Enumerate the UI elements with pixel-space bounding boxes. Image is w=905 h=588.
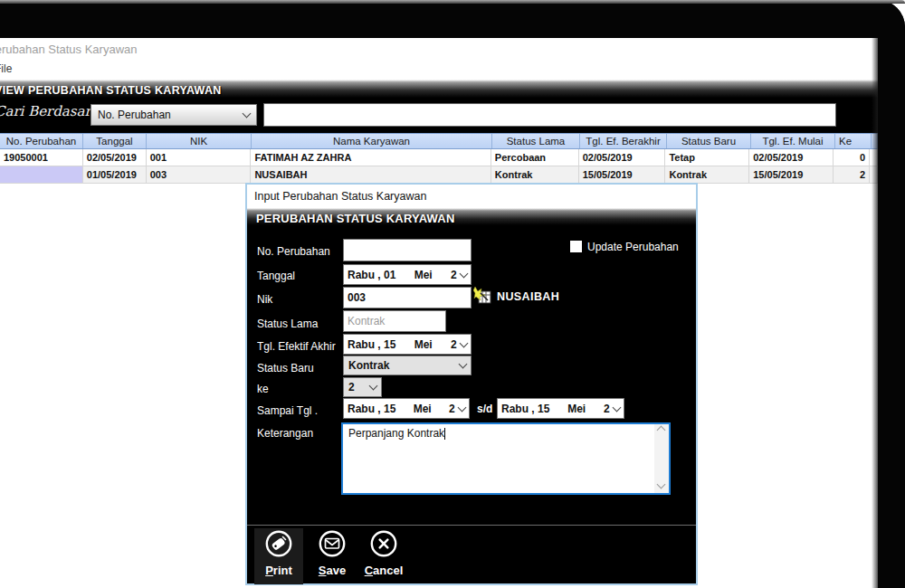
chevron-down-icon [459, 360, 468, 369]
print-icon [263, 528, 294, 559]
nik-input[interactable] [343, 287, 472, 308]
chevron-down-icon [458, 403, 467, 412]
search-filter-value: No. Perubahan [98, 109, 243, 121]
table-header-row: No. PerubahanTanggalNIKNama KaryawanStat… [0, 133, 878, 149]
date-month: Mei [395, 269, 451, 281]
update-perubahan-label: Update Perubahan [587, 241, 679, 253]
status-baru-value: Kontrak [348, 359, 460, 372]
chevron-down-icon [460, 269, 469, 278]
table-row[interactable]: 01/05/2019003NUSAIBAHKontrak15/05/2019Ko… [0, 166, 878, 184]
print-button-label: Print [254, 564, 303, 577]
table-cell[interactable]: 02/05/2019 [749, 149, 834, 166]
view-header-title: VIEW PERUBAHAN STATUS KARYAWAN [0, 84, 222, 97]
table-cell[interactable]: 0 [834, 149, 870, 166]
employee-lookup-icon[interactable] [473, 286, 492, 305]
chevron-down-icon [613, 403, 622, 412]
search-filter-dropdown[interactable]: No. Perubahan [90, 104, 257, 126]
sampai-tgl-from-datepicker[interactable]: Rabu , 15 Mei 2 [343, 398, 470, 419]
column-header[interactable]: Status Lama [492, 134, 580, 148]
sampai-tgl-label: Sampai Tgl . [257, 404, 318, 417]
chevron-down-icon [369, 382, 378, 391]
search-input[interactable] [263, 103, 836, 127]
column-header[interactable]: Tgl. Ef. Berakhir [580, 134, 667, 148]
chevron-down-icon [243, 109, 252, 119]
column-header[interactable]: Ke [835, 134, 872, 148]
date-day: Rabu , 15 [501, 403, 549, 415]
text-caret [444, 428, 445, 440]
date-year: 2 [604, 403, 612, 415]
table-cell[interactable]: Tetap [665, 149, 749, 166]
update-perubahan-checkbox[interactable] [570, 241, 582, 252]
menu-item-file[interactable]: File [0, 62, 12, 75]
column-header[interactable]: Tgl. Ef. Mulai [751, 134, 835, 148]
date-year: 2 [451, 269, 459, 281]
table-cell[interactable]: 02/05/2019 [83, 149, 147, 166]
table-cell[interactable]: NUSAIBAH [251, 166, 491, 183]
keterangan-textarea[interactable]: Perpanjang Kontrak [341, 422, 671, 495]
sampai-tgl-to-datepicker[interactable]: Rabu , 15 Mei 2 [497, 398, 624, 419]
keterangan-text: Perpanjang Kontrak [348, 427, 444, 440]
table-cell[interactable]: 2 [834, 166, 870, 183]
date-year: 2 [451, 338, 459, 351]
dialog-titlebar: Input Perubahan Status Karyawan [247, 185, 696, 208]
status-baru-label: Status Baru [257, 362, 314, 375]
table-cell[interactable]: Kontrak [491, 166, 579, 183]
nik-label: Nik [257, 293, 272, 306]
textarea-scrollbar[interactable] [654, 424, 669, 493]
keterangan-label: Keterangan [257, 427, 313, 440]
column-header[interactable]: Nama Karyawan [252, 134, 492, 148]
save-envelope-icon [317, 528, 348, 559]
employee-name: NUSAIBAH [497, 290, 559, 303]
dialog-header-bar: PERUBAHAN STATUS KARYAWAN [247, 208, 696, 229]
date-month: Mei [395, 403, 449, 415]
window-title: Perubahan Status Karyawan [0, 43, 138, 56]
table-cell[interactable]: 003 [147, 166, 252, 183]
date-day: Rabu , 15 [348, 338, 395, 351]
table-cell[interactable]: 15/05/2019 [579, 166, 666, 183]
table-row[interactable]: 1905000102/05/2019001FATIMAH AZ ZAHRAPer… [0, 149, 878, 166]
table-cell[interactable]: 02/05/2019 [579, 149, 666, 166]
results-table: No. PerubahanTanggalNIKNama KaryawanStat… [0, 133, 878, 184]
ke-value: 2 [348, 381, 370, 394]
table-body: 1905000102/05/2019001FATIMAH AZ ZAHRAPer… [0, 149, 878, 184]
date-month: Mei [395, 338, 451, 351]
monitor-bezel-highlight [0, 0, 905, 4]
ke-label: ke [257, 383, 269, 395]
table-cell[interactable]: 01/05/2019 [83, 166, 147, 183]
column-header[interactable]: No. Perubahan [0, 134, 83, 148]
scroll-down-icon[interactable] [657, 480, 666, 489]
tgl-efektif-akhir-datepicker[interactable]: Rabu , 15 Mei 2 [343, 334, 472, 355]
save-button-label: Save [307, 564, 357, 577]
input-dialog: Input Perubahan Status Karyawan PERUBAHA… [245, 183, 698, 585]
column-header[interactable]: NIK [147, 134, 252, 148]
no-perubahan-input[interactable] [343, 239, 472, 261]
column-header[interactable]: Status Baru [667, 134, 751, 148]
table-cell[interactable]: 15/05/2019 [749, 166, 834, 183]
date-day: Rabu , 01 [348, 269, 395, 281]
sd-separator-label: s/d [477, 403, 492, 415]
table-cell[interactable]: 001 [147, 149, 252, 166]
scroll-up-icon[interactable] [657, 426, 666, 435]
cancel-x-icon [368, 528, 399, 559]
print-button[interactable]: Print [254, 528, 303, 584]
button-panel-divider [247, 525, 696, 526]
cancel-button-label: Cancel [356, 564, 412, 577]
date-year: 2 [449, 403, 457, 415]
tanggal-datepicker[interactable]: Rabu , 01 Mei 2 [343, 264, 472, 285]
laptop-screen-mockup: Perubahan Status Karyawan File VIEW PERU… [0, 0, 905, 588]
table-cell[interactable]: FATIMAH AZ ZAHRA [251, 149, 491, 166]
table-cell[interactable]: Percobaan [491, 149, 579, 166]
tanggal-label: Tanggal [257, 270, 295, 282]
ke-dropdown[interactable]: 2 [343, 377, 382, 397]
table-cell[interactable] [0, 166, 83, 183]
status-baru-dropdown[interactable]: Kontrak [343, 356, 472, 375]
status-lama-label: Status Lama [257, 318, 318, 330]
column-header[interactable]: Tanggal [83, 134, 147, 148]
cancel-button[interactable]: Cancel [356, 528, 412, 584]
chevron-down-icon [460, 338, 469, 347]
no-perubahan-label: No. Perubahan [257, 245, 330, 258]
screen-edge-shade [872, 38, 878, 588]
table-cell[interactable]: Kontrak [665, 166, 749, 183]
save-button[interactable]: Save [307, 528, 357, 584]
table-cell[interactable]: 19050001 [0, 149, 83, 166]
